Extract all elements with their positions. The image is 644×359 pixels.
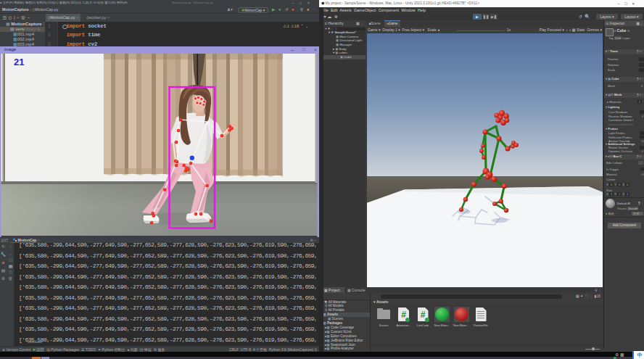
svg-text:21: 21 <box>14 57 24 67</box>
